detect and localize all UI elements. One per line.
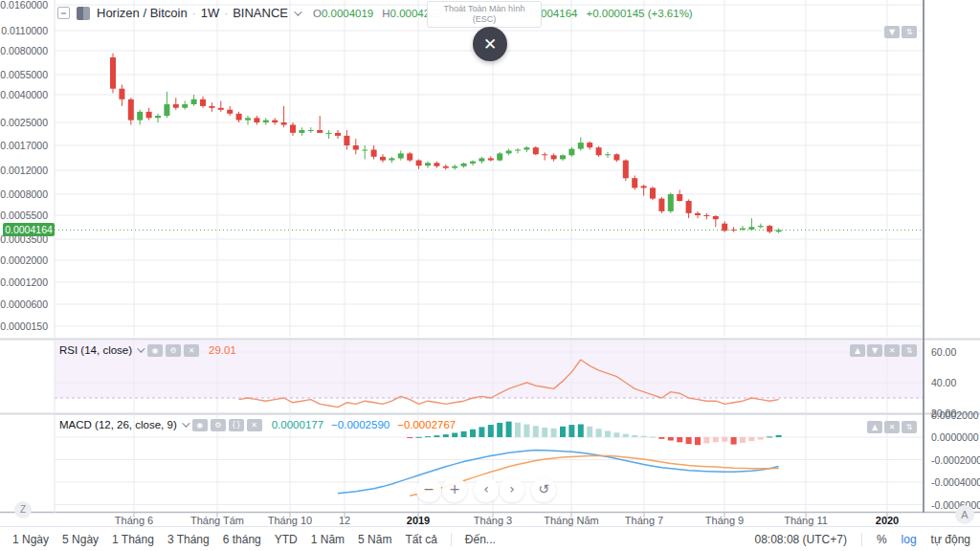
zoom-in-button[interactable]: + <box>442 477 467 502</box>
price-tick-label: 0.0040000 <box>0 89 48 100</box>
open-value: 0.0004019 <box>322 8 373 19</box>
rsi-title[interactable]: RSI (14, close) <box>59 344 132 356</box>
percent-scale-button[interactable]: % <box>877 533 887 546</box>
candles-layer <box>110 54 782 233</box>
pane-maximize-icon[interactable]: ⇅ <box>902 26 917 38</box>
pane-close-icon[interactable]: ✕ <box>884 344 900 357</box>
bottom-toolbar: 1 Ngày5 Ngày1 Tháng3 Tháng6 thángYTD1 Nă… <box>0 526 980 551</box>
tooltip-line1: Thoát Toàn Màn hình <box>428 4 541 14</box>
tradingview-fullscreen-chart: Horizen / Bitcoin · 1W · BINANCE O0.0004… <box>0 0 980 551</box>
eye-icon[interactable]: ◉ <box>192 419 208 431</box>
eye-icon[interactable]: ◉ <box>147 344 163 357</box>
price-tick-label: 0.0008000 <box>0 188 48 200</box>
time-axis[interactable]: Tháng 6Tháng TámTháng 10122019Tháng 3Thá… <box>0 514 980 526</box>
pane-move-down-icon[interactable]: ▼ <box>884 26 900 38</box>
price-tick-label: 0.0001200 <box>0 276 48 288</box>
macd-pane-controls: ▲ ✕ ⇅ <box>865 421 917 433</box>
macd-signal-value: −0.0002767 <box>397 419 456 430</box>
scroll-start-button[interactable]: Z <box>14 501 32 518</box>
range-button[interactable]: 5 Năm <box>358 533 391 546</box>
macd-line-value: −0.0002590 <box>331 419 390 430</box>
exit-fullscreen-button[interactable]: ✕ <box>473 27 507 61</box>
change-value: +0.0000145 (+3.61%) <box>586 8 692 19</box>
separator-dot: · <box>192 7 196 20</box>
interval-label[interactable]: 1W <box>201 6 220 20</box>
time-axis-label: Tháng 10 <box>268 515 312 526</box>
high-label: H <box>382 8 390 19</box>
macd-line <box>338 451 779 494</box>
close-icon: ✕ <box>483 34 497 55</box>
exit-fullscreen-tooltip: Thoát Toàn Màn hình (ESC) <box>427 1 542 28</box>
range-button[interactable]: 3 Tháng <box>167 533 210 546</box>
range-button[interactable]: 1 Tháng <box>112 533 154 546</box>
auto-scale-button[interactable]: tự động <box>931 533 970 546</box>
log-scale-button[interactable]: log <box>902 533 917 546</box>
remove-icon[interactable]: ✕ <box>247 419 262 431</box>
range-button[interactable]: 1 Năm <box>311 533 345 546</box>
clock-label[interactable]: 08:08:08 (UTC+7) <box>755 533 847 546</box>
scroll-end-button[interactable]: A <box>955 505 974 524</box>
chart-legend: Horizen / Bitcoin · 1W · BINANCE O0.0004… <box>57 6 693 20</box>
range-button[interactable]: Tất cả <box>405 533 436 546</box>
source-code-icon[interactable]: {} <box>229 419 244 431</box>
range-button[interactable]: 6 tháng <box>223 533 261 546</box>
candlestick-chart[interactable] <box>0 0 980 551</box>
rsi-pane-controls: ▲ ▼ ✕ ⇅ <box>848 344 917 357</box>
legend-collapse-icon[interactable] <box>57 7 70 19</box>
price-tick-label: 0.0012000 <box>0 165 48 176</box>
range-button[interactable]: 5 Ngày <box>62 533 99 546</box>
time-axis-label: Tháng 3 <box>474 515 512 526</box>
time-axis-label: Tháng 6 <box>115 515 153 526</box>
macd-header-icons: ◉⚙{}✕ <box>189 418 262 431</box>
macd-title[interactable]: MACD (12, 26, close, 9) <box>59 419 177 430</box>
separator-dot: · <box>224 7 228 20</box>
range-buttons: 1 Ngày5 Ngày1 Tháng3 Tháng6 thángYTD1 Nă… <box>12 533 509 546</box>
pane-move-down-icon[interactable]: ▼ <box>867 344 882 357</box>
pane-close-icon[interactable]: ✕ <box>884 421 900 433</box>
macd-tick-label: -0.0002000 <box>931 454 980 466</box>
rsi-tick-label: 40.00 <box>931 377 956 388</box>
scroll-left-button[interactable]: ‹ <box>474 477 499 502</box>
price-tick-label: 0.0002000 <box>0 254 48 266</box>
time-axis-label: Tháng Năm <box>544 515 598 526</box>
macd-pane-header: MACD (12, 26, close, 9) ◉⚙{}✕ 0.0000177 … <box>59 418 456 431</box>
pane-maximize-icon[interactable]: ⇅ <box>902 421 917 433</box>
time-axis-label: 12 <box>339 515 350 526</box>
settings-icon[interactable]: ⚙ <box>166 344 181 357</box>
time-axis-label: Tháng 9 <box>705 515 744 526</box>
reset-chart-button[interactable]: ↺ <box>531 477 556 502</box>
toolbar-divider <box>861 533 862 546</box>
pane-move-up-icon[interactable]: ▲ <box>850 344 865 357</box>
macd-tick-label: 0.0002000 <box>931 409 979 421</box>
price-tick-label: 0.0080000 <box>0 45 48 56</box>
remove-icon[interactable]: ✕ <box>184 344 199 357</box>
rsi-header-icons: ◉⚙✕ <box>145 343 199 357</box>
settings-icon[interactable]: ⚙ <box>211 419 226 431</box>
pane-move-up-icon[interactable]: ▲ <box>867 421 882 433</box>
zoom-out-button[interactable]: − <box>416 477 441 502</box>
time-axis-label: Tháng Tám <box>190 515 244 526</box>
scroll-right-button[interactable]: › <box>500 477 524 502</box>
range-button[interactable]: 1 Ngày <box>12 533 49 546</box>
time-axis-label: Tháng 7 <box>625 515 663 526</box>
time-axis-label: 2020 <box>876 515 899 526</box>
range-button[interactable]: YTD <box>275 533 298 546</box>
chevron-down-icon[interactable] <box>294 8 301 15</box>
price-tick-label: 0.0160000 <box>0 0 48 11</box>
price-tick-label: 0.0000600 <box>0 298 48 310</box>
exchange-label[interactable]: BINANCE <box>233 6 288 20</box>
range-list: 1 Ngày5 Ngày1 Tháng3 Tháng6 thángYTD1 Nă… <box>12 533 451 546</box>
goto-date-button[interactable]: Đến... <box>465 533 496 546</box>
time-axis-label: 2019 <box>407 515 430 526</box>
price-tick-label: 0.0055000 <box>0 69 48 80</box>
price-tick-label: 0.0110000 <box>1 25 48 36</box>
macd-tick-label: 0.0000000 <box>931 431 979 443</box>
macd-histogram <box>407 422 781 446</box>
symbol-title[interactable]: Horizen / Bitcoin <box>97 6 188 20</box>
price-axis[interactable]: 0.01600000.01100000.00800000.00550000.00… <box>0 0 55 513</box>
price-tick-label: 0.0025000 <box>0 117 48 128</box>
rsi-tick-label: 60.00 <box>931 346 956 358</box>
price-tick-label: 0.0000150 <box>0 320 48 332</box>
toolbar-right: 08:08:08 (UTC+7) % log tự động <box>755 533 970 546</box>
pane-maximize-icon[interactable]: ⇅ <box>902 344 917 357</box>
